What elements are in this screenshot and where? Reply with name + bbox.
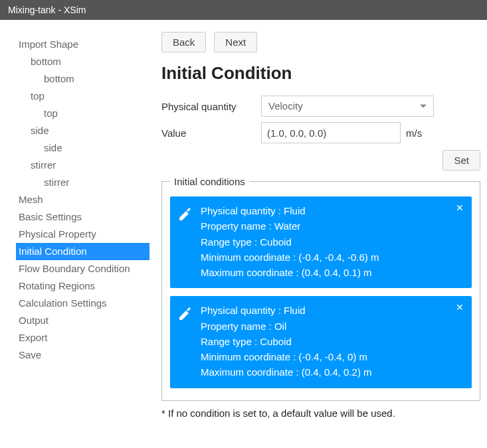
tree-item[interactable]: top: [16, 105, 149, 122]
page-title: Initial Condition: [161, 63, 480, 84]
tree-item[interactable]: bottom: [16, 53, 149, 70]
tree-item[interactable]: Save: [16, 346, 149, 364]
close-icon[interactable]: ✕: [456, 303, 464, 312]
tree-item[interactable]: Output: [16, 312, 149, 329]
condition-line: Physical quantity : Fluid: [201, 303, 462, 318]
physical-quantity-label: Physical quantity: [161, 101, 261, 112]
sidebar: Import Shapebottombottomtoptopsidesidest…: [0, 20, 149, 448]
footnote: * If no condition is set to, a default v…: [161, 408, 480, 419]
condition-line: Range type : Cuboid: [201, 234, 462, 250]
chevron-down-icon: [420, 105, 427, 108]
condition-line: Maximum coordinate : (0.4, 0.4, 0.1) m: [201, 265, 462, 280]
tree-item[interactable]: Initial Condition: [16, 243, 149, 260]
tree-item[interactable]: side: [16, 139, 149, 157]
value-input[interactable]: [261, 122, 401, 143]
condition-card[interactable]: ✕Physical quantity : FluidProperty name …: [170, 296, 472, 388]
window-titlebar: Mixing-tank - XSim: [0, 0, 487, 20]
tree-item[interactable]: top: [16, 88, 149, 105]
value-unit: m/s: [406, 127, 422, 139]
tree-item[interactable]: Physical Property: [16, 226, 149, 243]
tree-item[interactable]: Flow Boundary Condition: [16, 260, 149, 277]
tree-item[interactable]: stirrer: [16, 157, 149, 174]
physical-quantity-value: Velocity: [268, 100, 303, 112]
tree-item[interactable]: Calculation Settings: [16, 295, 149, 312]
value-label: Value: [161, 127, 261, 139]
condition-line: Property name : Oil: [201, 319, 462, 334]
set-button[interactable]: Set: [442, 150, 480, 171]
condition-line: Range type : Cuboid: [201, 334, 462, 349]
condition-line: Minimum coordinate : (-0.4, -0.4, -0.6) …: [201, 250, 462, 265]
initial-conditions-fieldset: Initial conditions ✕Physical quantity : …: [161, 176, 480, 401]
tree-item[interactable]: side: [16, 122, 149, 139]
tree-item[interactable]: Mesh: [16, 191, 149, 208]
initial-conditions-legend: Initial conditions: [170, 176, 249, 187]
condition-card[interactable]: ✕Physical quantity : FluidProperty name …: [170, 196, 472, 288]
tree-item[interactable]: Basic Settings: [16, 208, 149, 226]
tree-item[interactable]: Import Shape: [16, 36, 149, 53]
condition-line: Physical quantity : Fluid: [201, 203, 462, 218]
back-button[interactable]: Back: [161, 32, 206, 52]
window-title: Mixing-tank - XSim: [8, 5, 86, 15]
condition-line: Property name : Water: [201, 218, 462, 234]
physical-quantity-select[interactable]: Velocity: [261, 96, 434, 117]
condition-line: Maximum coordinate : (0.4, 0.4, 0.2) m: [201, 364, 462, 380]
close-icon[interactable]: ✕: [456, 203, 464, 212]
next-button[interactable]: Next: [214, 32, 257, 52]
tree-item[interactable]: Export: [16, 329, 149, 346]
brush-icon: [177, 206, 193, 222]
brush-icon: [177, 305, 193, 321]
main-panel: Back Next Initial Condition Physical qua…: [149, 20, 487, 448]
tree-item[interactable]: Rotating Regions: [16, 277, 149, 295]
tree-item[interactable]: bottom: [16, 70, 149, 88]
tree-item[interactable]: stirrer: [16, 174, 149, 191]
condition-line: Minimum coordinate : (-0.4, -0.4, 0) m: [201, 349, 462, 364]
